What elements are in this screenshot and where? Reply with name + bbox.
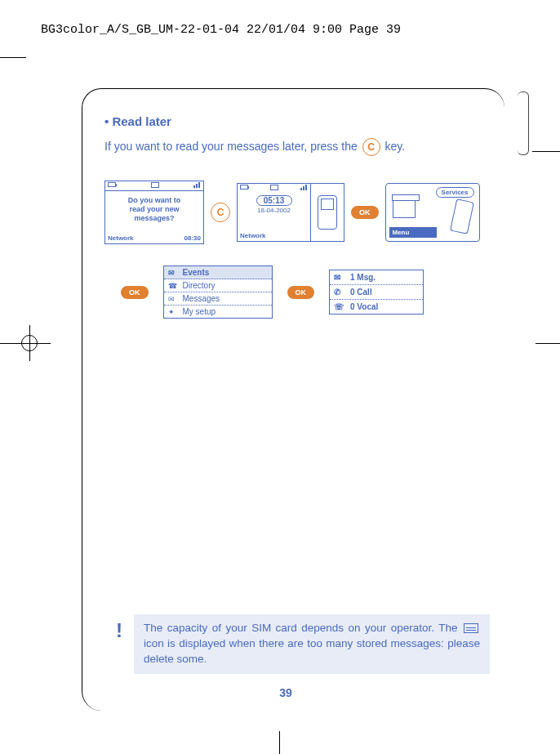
note-line: icon is displayed when there are too man… [144,637,387,649]
c-key-icon: C [211,203,230,222]
menu-list: ✉ Events ☎ Directory ✉ Messages ✦ My set… [163,265,273,319]
clock-date: 18-04-2002 [238,207,310,214]
menu-item-events: ✉ Events [164,266,272,279]
menu-item-label: My setup [183,307,216,316]
note-box: ! The capacity of your SIM card depends … [104,614,490,674]
ok-button-icon: OK [121,286,149,299]
screens-row-2: OK ✉ Events ☎ Directory ✉ Messages ✦ My … [121,265,488,319]
messages-icon: ✉ [168,295,178,303]
setup-icon: ✦ [168,308,178,316]
exclamation-icon: ! [104,614,134,674]
services-tab: Services [436,187,474,198]
ok-button-icon: OK [351,206,379,219]
signal-icon [193,182,201,190]
storage-full-icon [464,623,478,633]
prompt-line: messages? [109,214,200,223]
message-icon: ✉ [334,273,345,282]
prompt-text: Do you want to read your new messages? [105,191,203,227]
menu-item-label: Events [183,268,210,277]
body-text-before: If you want to read your messages later,… [104,140,361,153]
menu-item-mysetup: ✦ My setup [164,306,272,318]
print-header: BG3color_A/S_GB_UM-22-01-04 22/01/04 9:0… [41,23,401,37]
events-list: ✉ 1 Msg. ✆ 0 Call ☏ 0 Vocal [329,270,424,315]
c-key-icon: C [362,138,380,156]
prompt-line: Do you want to [109,196,200,205]
menu-item-directory: ☎ Directory [164,279,272,292]
battery-icon [108,182,116,187]
phone-screen-idle: 05:13 18-04-2002 Network [237,183,344,242]
call-icon: ✆ [334,288,345,297]
list-item-label: 0 Call [350,288,372,297]
prompt-line: read your new [109,205,200,214]
network-label: Network [108,234,134,242]
crop-mark [532,151,560,152]
vocal-icon: ☏ [334,302,345,311]
page-number: 39 [82,686,490,699]
menu-item-label: Directory [183,281,216,290]
crop-mark [279,731,280,754]
crop-mark [0,57,26,58]
body-text-after: key. [385,140,406,153]
note-line: The capacity of your SIM card depends on… [144,622,434,634]
registration-mark [536,343,560,344]
note-text: The capacity of your SIM card depends on… [134,614,490,674]
page-edge [518,91,529,155]
events-icon: ✉ [168,269,178,277]
section-heading: • Read later [104,114,488,128]
battery-icon [240,185,248,190]
menu-item-label: Messages [183,294,220,303]
screens-row-1: Do you want to read your new messages? N… [104,181,488,244]
list-item-label: 1 Msg. [350,273,376,282]
phone-screen-menu: Services Menu [385,183,480,242]
phone-icon [318,195,337,230]
list-item-label: 0 Vocal [350,302,378,311]
status-bar [105,181,203,191]
gift-icon [393,199,416,218]
body-text: If you want to read your messages later,… [104,138,488,156]
registration-mark [21,335,38,351]
clock-time: 05:13 [256,195,292,206]
signal-icon [300,185,308,193]
status-bar [238,184,310,194]
network-label: Network [240,232,266,239]
list-item-msg: ✉ 1 Msg. [330,270,423,285]
time-label: 08:30 [184,234,201,242]
envelope-icon [270,185,278,190]
ok-button-icon: OK [287,286,315,299]
menu-item-messages: ✉ Messages [164,292,272,306]
directory-icon: ☎ [168,282,178,290]
note-line: The [438,622,462,634]
list-item-call: ✆ 0 Call [330,285,423,300]
phone-icon [450,199,474,234]
envelope-icon [151,182,159,188]
list-item-vocal: ☏ 0 Vocal [330,300,423,314]
menu-label: Menu [389,227,437,238]
phone-screen-prompt: Do you want to read your new messages? N… [104,181,204,244]
